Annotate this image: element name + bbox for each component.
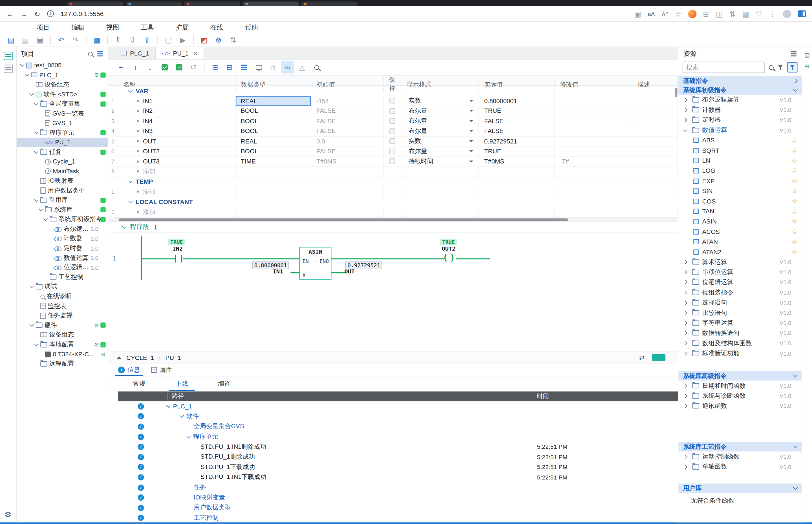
tree-item[interactable]: 设备组态: [17, 330, 108, 340]
read-aloud-icon[interactable]: A»: [662, 10, 668, 17]
advanced-filter-button[interactable]: [787, 62, 798, 72]
clipboard-sync-icon[interactable]: ⊕: [802, 63, 812, 70]
browser-tab[interactable]: [126, 2, 182, 6]
download-button[interactable]: ⇩: [126, 34, 139, 45]
resource-category[interactable]: 数据转换语句V1.0: [678, 328, 801, 338]
resource-category[interactable]: 比较语句V1.0: [678, 308, 801, 318]
var-name-cell[interactable]: OUT: [118, 136, 236, 146]
tree-item[interactable]: 0 T324-XP-C...⊘: [17, 349, 108, 359]
tree-item[interactable]: 远程配置: [17, 359, 108, 369]
data-type-cell[interactable]: BOOL: [236, 106, 311, 116]
chevron-icon[interactable]: [128, 179, 133, 183]
info-row[interactable]: i工艺控制: [118, 513, 678, 522]
initial-value-cell[interactable]: FALSE: [311, 116, 384, 126]
tree-item[interactable]: </>PU_1: [17, 137, 108, 147]
chevron-icon[interactable]: [793, 87, 798, 92]
tree-item[interactable]: 用户数据类型: [17, 186, 108, 195]
debug-button[interactable]: ◩: [197, 34, 211, 45]
var-row[interactable]: 1IN1REAL-154实数0.80000001: [108, 96, 678, 106]
sidebar-toggle-icon[interactable]: [798, 11, 806, 17]
resource-category[interactable]: 数值运算V1.0: [678, 125, 801, 135]
info-row[interactable]: iSTD.PU_1.IN1删除成功5:22:51 PM: [118, 442, 678, 452]
chevron-icon[interactable]: [793, 79, 798, 83]
settings-gear-icon[interactable]: ⚙: [0, 510, 16, 519]
initial-value-cell[interactable]: FALSE: [311, 126, 384, 136]
chevron-down-icon[interactable]: [122, 224, 127, 229]
browser-tab[interactable]: [302, 2, 357, 6]
browser-tab[interactable]: [67, 2, 123, 6]
var-row[interactable]: 2IN2BOOLFALSE布尔量TRUE: [108, 106, 678, 116]
resource-function[interactable]: LOG☆: [678, 166, 801, 176]
modify-value-cell[interactable]: [555, 116, 632, 126]
tree-item[interactable]: 任务监视: [17, 311, 108, 321]
back-icon[interactable]: ←: [6, 10, 14, 17]
new-project-button[interactable]: ▤: [4, 34, 18, 45]
data-type-cell[interactable]: TIME: [236, 157, 311, 166]
var-name-cell[interactable]: IN2: [118, 106, 236, 116]
sort-button[interactable]: ⇅: [226, 34, 240, 45]
project-sort-icon[interactable]: [97, 53, 103, 54]
check-button[interactable]: [158, 61, 171, 73]
browser-essentials-icon[interactable]: ♡: [756, 10, 762, 17]
chevron-icon[interactable]: [683, 260, 687, 264]
chevron-icon[interactable]: [34, 342, 39, 346]
var-row[interactable]: 3IN4BOOLFALSE布尔量FALSE: [108, 116, 678, 126]
subtab-general[interactable]: 常规: [118, 376, 161, 391]
retain-checkbox[interactable]: [389, 98, 395, 104]
favorite-star-icon[interactable]: ☆: [792, 218, 797, 225]
var-row[interactable]: 6OUT2BOOLFALSE布尔量TRUE: [108, 147, 678, 157]
favorite-star-icon[interactable]: ☆: [792, 178, 797, 184]
resource-search-input[interactable]: [683, 62, 765, 73]
test-button[interactable]: △: [296, 61, 309, 73]
search-button[interactable]: [310, 61, 323, 73]
tree-item[interactable]: 定时器1.0: [17, 244, 108, 253]
resource-function[interactable]: SQRT☆: [678, 145, 801, 155]
site-info-icon[interactable]: i: [47, 11, 54, 17]
chevron-icon[interactable]: [683, 341, 687, 346]
modify-value-cell[interactable]: T#: [555, 157, 632, 166]
resource-category[interactable]: 选择语句V1.0: [678, 298, 801, 308]
redo-button[interactable]: ↷: [69, 34, 82, 45]
resources-menu-icon[interactable]: [791, 53, 796, 54]
var-name-cell[interactable]: OUT2: [118, 147, 236, 156]
var-row[interactable]: 1添加: [108, 187, 678, 197]
chevron-icon[interactable]: [180, 413, 184, 418]
initial-value-cell[interactable]: FALSE: [311, 147, 384, 156]
favorite-star-icon[interactable]: ☆: [792, 249, 797, 256]
retain-checkbox[interactable]: [389, 138, 395, 144]
chevron-icon[interactable]: [29, 284, 34, 288]
insert-network-above-button[interactable]: ⊞: [209, 61, 222, 73]
data-type-cell[interactable]: [236, 207, 311, 217]
tree-item[interactable]: MainTask: [17, 167, 108, 176]
chevron-icon[interactable]: [683, 290, 687, 295]
retain-checkbox[interactable]: [389, 108, 395, 114]
data-type-cell[interactable]: BOOL: [236, 147, 311, 156]
check-all-button[interactable]: [173, 61, 185, 73]
info-row[interactable]: iPLC_1: [118, 401, 678, 411]
tree-item[interactable]: 程序单元↓: [17, 128, 108, 137]
info-row[interactable]: i任务: [118, 482, 678, 492]
chevron-icon[interactable]: [186, 434, 191, 438]
chevron-icon[interactable]: [683, 127, 687, 132]
network-list-button[interactable]: [238, 61, 251, 73]
resource-category[interactable]: 位组装指令V1.0: [678, 288, 801, 298]
tree-item[interactable]: test_0805: [17, 61, 108, 70]
info-row[interactable]: iSTD.PU_1删除成功5:22:51 PM: [118, 452, 678, 462]
open-project-button[interactable]: ▤: [19, 34, 32, 45]
display-format-cell[interactable]: 布尔量: [401, 106, 479, 116]
modify-value-cell[interactable]: [555, 136, 632, 146]
translate-icon[interactable]: aA: [648, 11, 655, 17]
browser-tab[interactable]: [184, 2, 240, 6]
subtab-download[interactable]: 下载: [160, 376, 203, 391]
initial-value-cell[interactable]: -154: [311, 96, 384, 106]
data-type-cell[interactable]: REAL: [236, 136, 311, 146]
search-icon[interactable]: [769, 65, 774, 70]
favorite-star-icon[interactable]: ☆: [675, 10, 681, 17]
description-cell[interactable]: [632, 96, 678, 106]
modify-value-cell[interactable]: [555, 96, 632, 106]
favorite-star-icon[interactable]: ☆: [792, 167, 797, 174]
tree-item[interactable]: 位逻辑运算1.0: [17, 263, 108, 272]
settings-menu-icon[interactable]: ⋮: [769, 10, 777, 17]
tree-item[interactable]: 数值运算1.0: [17, 253, 108, 263]
favorite-star-icon[interactable]: ☆: [792, 157, 797, 164]
